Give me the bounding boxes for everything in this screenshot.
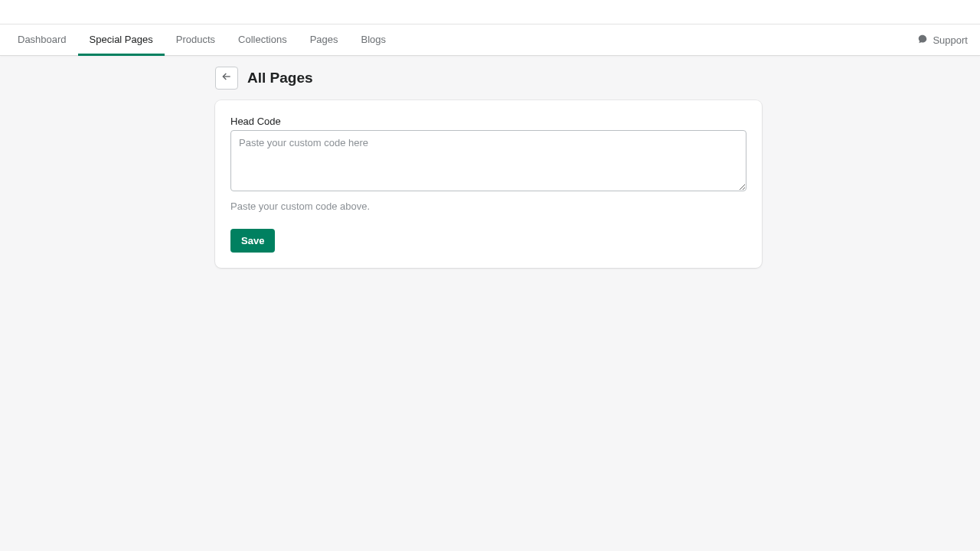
save-button[interactable]: Save bbox=[230, 229, 275, 253]
arrow-left-icon bbox=[220, 70, 233, 86]
tab-collections[interactable]: Collections bbox=[227, 25, 299, 56]
back-button[interactable] bbox=[215, 67, 238, 90]
head-code-textarea[interactable] bbox=[230, 130, 746, 191]
nav-tabs: Dashboard Special Pages Products Collect… bbox=[6, 24, 397, 55]
tab-dashboard[interactable]: Dashboard bbox=[6, 25, 78, 56]
page-title: All Pages bbox=[247, 70, 313, 86]
head-code-card: Head Code Paste your custom code above. … bbox=[215, 100, 762, 268]
main-navbar: Dashboard Special Pages Products Collect… bbox=[0, 24, 980, 56]
head-code-label: Head Code bbox=[230, 116, 746, 127]
chat-icon bbox=[917, 34, 928, 47]
tab-special-pages[interactable]: Special Pages bbox=[78, 25, 165, 56]
title-row: All Pages bbox=[215, 67, 762, 90]
head-code-help: Paste your custom code above. bbox=[230, 201, 746, 212]
support-link[interactable]: Support bbox=[914, 24, 971, 55]
tab-pages[interactable]: Pages bbox=[299, 25, 350, 56]
tab-blogs[interactable]: Blogs bbox=[350, 25, 398, 56]
page-body: All Pages Head Code Paste your custom co… bbox=[0, 56, 980, 551]
tab-products[interactable]: Products bbox=[165, 25, 227, 56]
support-label: Support bbox=[933, 34, 968, 46]
